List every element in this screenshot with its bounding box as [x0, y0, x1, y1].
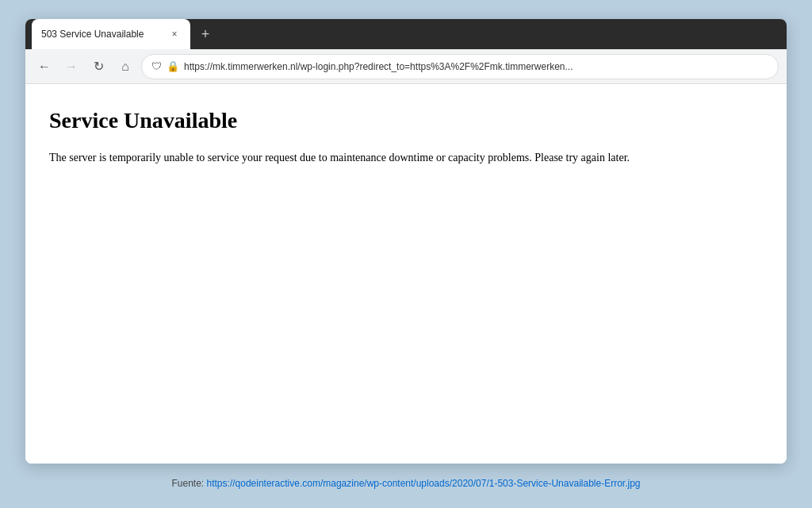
tab-close-button[interactable]: × [168, 28, 181, 40]
lock-icon: 🔒 [167, 60, 179, 72]
page-footer: Fuente: https://qodeinteractive.com/maga… [171, 478, 640, 489]
error-body-text: The server is temporarily unable to serv… [49, 149, 763, 166]
footer-label: Fuente: [171, 478, 204, 489]
tab-title: 503 Service Unavailable [41, 29, 162, 40]
new-tab-button[interactable]: + [193, 22, 217, 46]
home-button[interactable]: ⌂ [114, 56, 136, 78]
footer-link[interactable]: https://qodeinteractive.com/magazine/wp-… [207, 478, 641, 489]
back-button[interactable]: ← [33, 56, 56, 78]
active-tab[interactable]: 503 Service Unavailable × [32, 19, 190, 49]
forward-button[interactable]: → [60, 56, 82, 78]
address-text: https://mk.timmerwerken.nl/wp-login.php?… [184, 61, 768, 72]
page-content: Service Unavailable The server is tempor… [25, 84, 787, 464]
shield-icon: 🛡 [151, 60, 162, 72]
reload-button[interactable]: ↻ [87, 56, 109, 78]
nav-bar: ← → ↻ ⌂ 🛡 🔒 https://mk.timmerwerken.nl/w… [25, 49, 787, 84]
tab-area: 503 Service Unavailable × + [32, 19, 780, 49]
address-bar[interactable]: 🛡 🔒 https://mk.timmerwerken.nl/wp-login.… [141, 54, 779, 79]
error-heading: Service Unavailable [49, 108, 763, 133]
title-bar: 503 Service Unavailable × + [25, 19, 787, 49]
browser-window: 503 Service Unavailable × + ← → ↻ ⌂ 🛡 🔒 … [25, 19, 787, 464]
